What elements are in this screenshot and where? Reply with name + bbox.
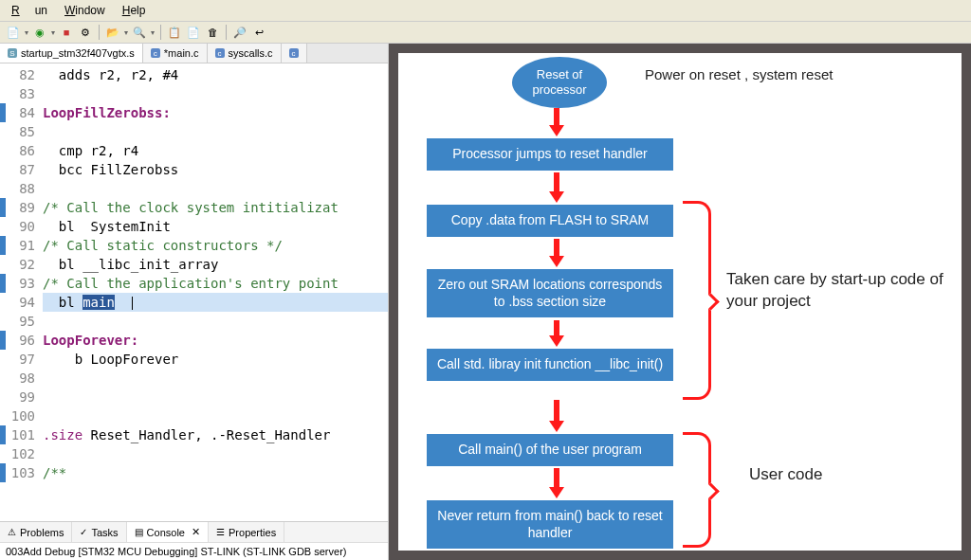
code-line[interactable]: 90 bl SystemInit: [0, 217, 388, 236]
tb-run-icon[interactable]: ◉: [32, 25, 47, 40]
tb-new-icon[interactable]: 📄: [6, 25, 21, 40]
fc-node-reset: Reset of processor: [512, 57, 607, 108]
line-number: 100: [0, 406, 43, 425]
tb-search-icon[interactable]: 🔍: [132, 25, 147, 40]
code-line[interactable]: 97 b LoopForever: [0, 350, 388, 369]
code-text: /* Call the clock system intitializat: [43, 198, 388, 217]
line-number: 88: [0, 179, 43, 198]
code-text: LoopForever:: [43, 331, 388, 350]
brace-startup: [683, 201, 711, 400]
code-text: [43, 444, 388, 463]
line-number: 103: [0, 463, 43, 482]
code-line[interactable]: 96LoopForever:: [0, 331, 388, 350]
code-line[interactable]: 88: [0, 179, 388, 198]
c-file-icon: c: [151, 48, 160, 58]
fc-node-b5: Call main() of the user program: [427, 434, 673, 466]
code-text: [43, 312, 388, 331]
tasks-icon: ✓: [80, 527, 87, 537]
code-line[interactable]: 99: [0, 388, 388, 406]
line-number: 89: [0, 198, 43, 217]
tb-gear-icon[interactable]: ⚙: [78, 25, 93, 40]
code-line[interactable]: 98: [0, 369, 388, 388]
code-line[interactable]: 91/* Call static constructors */: [0, 236, 388, 255]
c-file-icon: c: [215, 48, 225, 58]
fc-node-b1: Processor jumps to reset handler: [427, 138, 673, 171]
line-number: 84: [0, 103, 43, 122]
code-text: LoopFillZerobss:: [43, 103, 388, 122]
code-text: bcc FillZerobss: [43, 160, 388, 179]
code-area[interactable]: 82 adds r2, r2, #48384LoopFillZerobss:85…: [0, 63, 388, 521]
problems-icon: ⚠: [8, 527, 16, 537]
menu-window[interactable]: Window: [57, 2, 113, 19]
code-text: [43, 179, 388, 198]
line-number: 82: [0, 65, 43, 84]
code-line[interactable]: 101.size Reset_Handler, .-Reset_Handler: [0, 425, 388, 444]
code-text: [43, 406, 388, 425]
code-line[interactable]: 103/**: [0, 463, 388, 482]
line-number: 85: [0, 122, 43, 141]
line-number: 87: [0, 160, 43, 179]
tb-cut-icon[interactable]: 🗑: [205, 25, 220, 40]
tb-stop-icon[interactable]: ■: [59, 25, 74, 40]
code-text: /* Call static constructors */: [43, 236, 388, 255]
tab-console[interactable]: ▤Console ✕: [127, 522, 209, 542]
code-line[interactable]: 84LoopFillZerobss:: [0, 103, 388, 122]
tab-startup-asm[interactable]: S startup_stm32f407vgtx.s: [0, 44, 143, 63]
code-text: bl __libc_init_array: [43, 255, 388, 274]
arrow-icon: [554, 172, 559, 193]
code-line[interactable]: 94 bl main: [0, 293, 388, 312]
c-file-icon: c: [289, 48, 299, 58]
tb-find-icon[interactable]: 🔎: [232, 25, 247, 40]
line-number: 91: [0, 236, 43, 255]
code-line[interactable]: 89/* Call the clock system intitializat: [0, 198, 388, 217]
arrow-icon: [554, 320, 559, 337]
line-number: 102: [0, 444, 43, 463]
fc-node-b3: Zero out SRAM locations corresponds to .…: [427, 269, 673, 317]
tab-tasks[interactable]: ✓Tasks: [72, 522, 126, 542]
tb-folder-icon[interactable]: 📂: [105, 25, 120, 40]
fc-node-b6: Never return from main() back to reset h…: [427, 500, 673, 549]
code-line[interactable]: 95: [0, 312, 388, 331]
tab-label: startup_stm32f407vgtx.s: [21, 47, 135, 59]
fc-node-b4: Call std. libray init function __libc_in…: [427, 349, 673, 381]
tb-undo-icon[interactable]: ↩: [251, 25, 266, 40]
annot-startup: Taken care by start-up code of your proj…: [726, 269, 944, 313]
tb-paste-icon[interactable]: 📄: [186, 25, 201, 40]
arrow-icon: [554, 108, 559, 127]
code-text: [43, 84, 388, 103]
code-line[interactable]: 85: [0, 122, 388, 141]
fc-node-b2: Copy .data from FLASH to SRAM: [427, 205, 673, 237]
code-line[interactable]: 102: [0, 444, 388, 463]
code-line[interactable]: 83: [0, 84, 388, 103]
code-text: cmp r2, r4: [43, 141, 388, 160]
code-line[interactable]: 92 bl __libc_init_array: [0, 255, 388, 274]
tab-main-c[interactable]: c *main.c: [143, 44, 208, 63]
tab-properties[interactable]: ☰Properties: [209, 522, 284, 542]
flowchart-panel: Reset of processor Power on reset , syst…: [389, 44, 971, 560]
line-number: 94: [0, 293, 43, 312]
code-line[interactable]: 93/* Call the application's entry point: [0, 274, 388, 293]
tab-problems[interactable]: ⚠Problems: [0, 522, 72, 542]
code-text: [43, 388, 388, 406]
arrow-icon: [554, 468, 559, 489]
code-line[interactable]: 100: [0, 406, 388, 425]
tab-overflow[interactable]: c: [282, 44, 307, 63]
code-text: /* Call the application's entry point: [43, 274, 388, 293]
code-text: b LoopForever: [43, 350, 388, 369]
code-text: .size Reset_Handler, .-Reset_Handler: [43, 425, 388, 444]
tab-syscalls-c[interactable]: c syscalls.c: [208, 44, 282, 63]
tb-copy-icon[interactable]: 📋: [167, 25, 182, 40]
editor-tabs: S startup_stm32f407vgtx.s c *main.c c sy…: [0, 44, 388, 63]
code-line[interactable]: 82 adds r2, r2, #4: [0, 65, 388, 84]
tab-label: *main.c: [164, 47, 199, 59]
line-number: 95: [0, 312, 43, 331]
code-text: [43, 122, 388, 141]
code-line[interactable]: 86 cmp r2, r4: [0, 141, 388, 160]
editor-pane: S startup_stm32f407vgtx.s c *main.c c sy…: [0, 44, 389, 560]
brace-user: [683, 432, 711, 548]
code-text: bl main: [43, 293, 388, 312]
code-line[interactable]: 87 bcc FillZerobss: [0, 160, 388, 179]
menu-help[interactable]: Help: [115, 2, 154, 19]
menu-run[interactable]: Run: [4, 2, 55, 19]
line-number: 86: [0, 141, 43, 160]
